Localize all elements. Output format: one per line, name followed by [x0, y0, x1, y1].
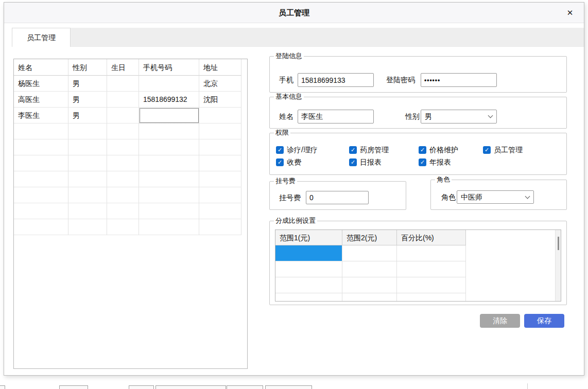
- checkbox-checked-icon[interactable]: ✓: [483, 146, 491, 154]
- table-row: [14, 187, 241, 203]
- background-window-fragment[interactable]: [59, 385, 88, 389]
- employee-cell[interactable]: [14, 171, 68, 187]
- employee-cell[interactable]: [107, 171, 139, 187]
- background-window-fragment[interactable]: [227, 385, 263, 389]
- permission-checkbox-4[interactable]: ✓员工管理: [483, 146, 523, 154]
- checkbox-checked-icon[interactable]: ✓: [419, 146, 426, 154]
- employee-cell[interactable]: [14, 139, 68, 155]
- background-window-fragment[interactable]: [129, 385, 154, 389]
- employee-cell[interactable]: [107, 76, 139, 92]
- employee-cell[interactable]: [14, 203, 68, 219]
- employee-cell[interactable]: [199, 171, 241, 187]
- name-input[interactable]: [298, 110, 374, 123]
- commission-cell[interactable]: [397, 261, 466, 277]
- employee-cell[interactable]: [139, 108, 199, 123]
- scrollbar-thumb[interactable]: [558, 237, 559, 250]
- employee-cell[interactable]: [139, 76, 199, 92]
- commission-cell[interactable]: [397, 277, 466, 293]
- employee-cell[interactable]: [68, 187, 107, 203]
- employee-cell[interactable]: 男: [68, 108, 107, 123]
- employee-cell[interactable]: [68, 123, 107, 139]
- employee-cell[interactable]: [139, 155, 199, 171]
- commission-cell[interactable]: [397, 293, 466, 302]
- phone-input[interactable]: [298, 73, 374, 87]
- employee-cell[interactable]: [107, 155, 139, 171]
- employee-cell[interactable]: [107, 139, 139, 155]
- employee-cell[interactable]: 15818699132: [139, 92, 199, 108]
- employee-cell[interactable]: [14, 219, 68, 235]
- table-row: [14, 139, 241, 155]
- employee-cell[interactable]: [14, 155, 68, 171]
- checkbox-checked-icon[interactable]: ✓: [276, 146, 284, 154]
- permission-checkbox-7[interactable]: ✓年报表: [419, 158, 451, 166]
- gender-select[interactable]: 男: [421, 110, 497, 123]
- commission-cell[interactable]: [342, 277, 397, 293]
- commission-cell[interactable]: [342, 245, 397, 261]
- employee-cell[interactable]: [107, 108, 139, 123]
- commission-cell[interactable]: [275, 293, 342, 302]
- save-button[interactable]: 保存: [524, 314, 564, 328]
- vertical-scrollbar[interactable]: [555, 230, 561, 301]
- password-input[interactable]: [421, 73, 497, 87]
- role-select[interactable]: 中医师: [457, 190, 534, 204]
- employee-cell[interactable]: [139, 123, 199, 139]
- employee-cell[interactable]: [68, 155, 107, 171]
- employee-cell[interactable]: 高医生: [14, 92, 68, 108]
- employee-cell[interactable]: [68, 171, 107, 187]
- employee-cell[interactable]: [107, 123, 139, 139]
- employee-cell[interactable]: [199, 139, 241, 155]
- employee-cell[interactable]: [107, 187, 139, 203]
- commission-cell[interactable]: [275, 277, 342, 293]
- registration-fee-input[interactable]: [306, 191, 369, 204]
- permission-checkbox-2[interactable]: ✓药房管理: [349, 146, 389, 154]
- checkbox-checked-icon[interactable]: ✓: [419, 158, 426, 166]
- employee-cell[interactable]: 男: [68, 92, 107, 108]
- employee-cell[interactable]: [199, 155, 241, 171]
- employee-cell[interactable]: [139, 187, 199, 203]
- chevron-down-icon: [525, 194, 530, 199]
- employee-cell[interactable]: [107, 92, 139, 108]
- employee-cell[interactable]: [139, 219, 199, 235]
- employee-cell[interactable]: 沈阳: [199, 92, 241, 108]
- employee-cell[interactable]: [68, 139, 107, 155]
- employee-cell[interactable]: [139, 203, 199, 219]
- permission-checkbox-1[interactable]: ✓诊疗/理疗: [276, 146, 318, 154]
- checkbox-checked-icon[interactable]: ✓: [349, 146, 357, 154]
- employee-cell[interactable]: [139, 171, 199, 187]
- employee-cell[interactable]: [107, 203, 139, 219]
- employee-cell[interactable]: 李医生: [14, 108, 68, 123]
- employee-cell[interactable]: 男: [68, 76, 107, 92]
- employee-cell[interactable]: 杨医生: [14, 76, 68, 92]
- employee-cell[interactable]: [68, 203, 107, 219]
- commission-cell[interactable]: [397, 245, 466, 261]
- employee-cell[interactable]: [199, 203, 241, 219]
- employee-cell[interactable]: [199, 187, 241, 203]
- employee-cell[interactable]: [68, 219, 107, 235]
- column-header: 性别: [68, 59, 107, 76]
- permission-checkbox-5[interactable]: ✓收费: [276, 158, 301, 166]
- employee-cell[interactable]: [14, 123, 68, 139]
- commission-filler: [466, 293, 561, 302]
- background-window-fragment[interactable]: [0, 385, 5, 389]
- table-row: [275, 293, 561, 302]
- permission-checkbox-3[interactable]: ✓价格维护: [419, 146, 458, 154]
- background-window-fragment[interactable]: [155, 385, 226, 389]
- clear-button[interactable]: 清除: [480, 314, 520, 328]
- commission-cell[interactable]: [342, 261, 397, 277]
- commission-cell[interactable]: [275, 245, 342, 261]
- employee-cell[interactable]: [199, 123, 241, 139]
- employee-cell[interactable]: [107, 219, 139, 235]
- commission-cell[interactable]: [275, 261, 342, 277]
- background-window-fragment[interactable]: [265, 385, 312, 389]
- employee-cell[interactable]: 北京: [199, 76, 241, 92]
- tab-employee-management[interactable]: 员工管理: [12, 28, 71, 47]
- checkbox-checked-icon[interactable]: ✓: [349, 158, 357, 166]
- employee-cell[interactable]: [199, 108, 241, 123]
- employee-cell[interactable]: [139, 139, 199, 155]
- checkbox-checked-icon[interactable]: ✓: [276, 158, 284, 166]
- employee-cell[interactable]: [199, 219, 241, 235]
- close-icon[interactable]: ✕: [564, 7, 576, 19]
- employee-cell[interactable]: [14, 187, 68, 203]
- commission-cell[interactable]: [342, 293, 397, 302]
- permission-checkbox-6[interactable]: ✓日报表: [349, 158, 382, 166]
